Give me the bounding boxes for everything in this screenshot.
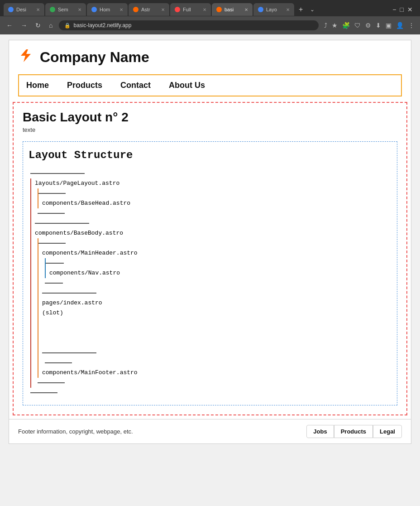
node-pagelayout: layouts/PageLayout.astro (35, 179, 119, 188)
node-mainheader: components/MainHeader.astro (42, 249, 138, 258)
logo-icon (18, 48, 34, 67)
node-basebody: components/BaseBody.astro (35, 229, 123, 238)
tree-row-vbar3 (29, 338, 391, 348)
tree-row-mainfooter-line (29, 358, 391, 368)
tab-2[interactable]: Sem ✕ (45, 3, 86, 16)
menu-icon[interactable]: ⋮ (407, 21, 415, 30)
tab-4-icon (133, 7, 138, 12)
tab-1[interactable]: Desi ✕ (4, 3, 44, 16)
tree-row-mainheader: components/MainHeader.astro (29, 248, 391, 258)
tree-row-vbar1 (29, 318, 391, 328)
tab-4-close[interactable]: ✕ (161, 7, 165, 12)
close-window-button[interactable]: ✕ (407, 6, 413, 13)
tab-2-close[interactable]: ✕ (78, 7, 81, 12)
tree-row-vbar2 (29, 328, 391, 338)
tab-7-label: Layo (266, 7, 277, 12)
extensions-icon[interactable]: 🧩 (341, 21, 351, 30)
tab-bar: Desi ✕ Sem ✕ Hom ✕ Astr ✕ Full ✕ basi ✕ (0, 0, 420, 16)
reload-button[interactable]: ↻ (33, 21, 43, 30)
toolbar-icons: ⤴ ★ 🧩 🛡 ⚙ ⬇ ▣ 👤 ⋮ (323, 21, 415, 30)
nav-item-home[interactable]: Home (26, 81, 49, 90)
maximize-button[interactable]: □ (400, 6, 404, 13)
tree-row-pagesindex: pages/index.astro (29, 298, 391, 308)
site-footer: Footer information, copyright, webpage, … (9, 419, 411, 443)
new-tab-button[interactable]: + (295, 5, 306, 14)
tab-5-close[interactable]: ✕ (203, 7, 206, 12)
tab-3-close[interactable]: ✕ (119, 7, 123, 12)
page-title-section: Basic Layout n° 2 texte (23, 103, 397, 141)
node-slot: (slot) (42, 308, 63, 318)
tree-row-basebody-close (29, 388, 391, 398)
tab-1-label: Desi (16, 7, 26, 12)
nav-item-products[interactable]: Products (67, 81, 102, 90)
node-basehead: components/BaseHead.astro (42, 199, 130, 208)
lock-icon: 🔒 (64, 23, 71, 29)
site-header: Company Name (9, 40, 411, 74)
tab-6-active[interactable]: basi ✕ (212, 3, 253, 16)
window-controls: − □ ✕ (392, 6, 416, 13)
home-button[interactable]: ⌂ (47, 21, 54, 30)
tab-6-close[interactable]: ✕ (244, 7, 248, 12)
nav-item-about[interactable]: About Us (169, 81, 205, 90)
nav-link-contact[interactable]: Contact (120, 81, 151, 90)
tree-row-basehead-line (29, 188, 391, 198)
address-bar: ← → ↻ ⌂ 🔒 basic-layout2.netlify.app ⤴ ★ … (0, 16, 420, 34)
browser-chrome: Desi ✕ Sem ✕ Hom ✕ Astr ✕ Full ✕ basi ✕ (0, 0, 420, 34)
tree-row-top-line (29, 169, 391, 178)
tab-overflow-button[interactable]: ⌄ (307, 6, 317, 13)
tree-row-spacer2 (29, 288, 391, 298)
tree-row-mainheader-line (29, 238, 391, 248)
tab-1-close[interactable]: ✕ (36, 7, 40, 12)
tab-3-label: Hom (100, 7, 110, 12)
star-icon[interactable]: ★ (331, 21, 339, 30)
back-button[interactable]: ← (5, 21, 14, 30)
nav-item-contact[interactable]: Contact (120, 81, 151, 90)
tree-row-basehead-close (29, 208, 391, 218)
tab-6-icon (216, 7, 222, 12)
tab-6-label: basi (224, 7, 234, 12)
footer-link-jobs[interactable]: Jobs (306, 425, 334, 438)
tree-row-nav-line (29, 258, 391, 268)
tree-row-pagelayout: layouts/PageLayout.astro (29, 178, 391, 188)
footer-text: Footer information, copyright, webpage, … (18, 428, 297, 435)
node-pagesindex: pages/index.astro (42, 299, 102, 308)
tree-row-basehead: components/BaseHead.astro (29, 198, 391, 208)
nav-link-about[interactable]: About Us (169, 81, 205, 90)
footer-link-products[interactable]: Products (334, 425, 373, 438)
minimize-button[interactable]: − (392, 6, 396, 13)
nav-link-products[interactable]: Products (67, 81, 102, 90)
forward-button[interactable]: → (19, 21, 29, 30)
node-nav: components/Nav.astro (49, 269, 120, 278)
tab-4[interactable]: Astr ✕ (129, 3, 169, 16)
tree-row-spacer1 (29, 218, 391, 228)
tab-7-icon (258, 7, 263, 12)
tree-row-basebody: components/BaseBody.astro (29, 228, 391, 238)
layout-structure-box: Layout Structure layouts/PageLayout.astr… (23, 141, 397, 405)
footer-links: Jobs Products Legal (306, 425, 402, 438)
nav-link-home[interactable]: Home (26, 81, 49, 90)
tab-3-icon (91, 7, 97, 12)
tab-2-label: Sem (58, 7, 68, 12)
puzzle-icon[interactable]: ⚙ (364, 21, 372, 30)
shield-icon[interactable]: 🛡 (353, 21, 362, 30)
tab-5-icon (175, 7, 180, 12)
layout-structure-title: Layout Structure (29, 149, 391, 161)
tab-1-icon (8, 7, 14, 12)
nav-list: Home Products Contact About Us (26, 81, 394, 90)
tree-row-spacer3 (29, 348, 391, 358)
url-box[interactable]: 🔒 basic-layout2.netlify.app (59, 20, 319, 30)
company-name: Company Name (40, 49, 149, 66)
sidebar-icon[interactable]: ▣ (385, 21, 392, 30)
tree-row-nav: components/Nav.astro (29, 268, 391, 278)
tab-7-close[interactable]: ✕ (286, 7, 290, 12)
tab-3[interactable]: Hom ✕ (87, 3, 128, 16)
profile-icon[interactable]: 👤 (395, 21, 405, 30)
tree-row-nav-close (29, 278, 391, 288)
site-container: Company Name Home Products Contact About… (9, 40, 411, 444)
footer-link-legal[interactable]: Legal (373, 425, 402, 438)
share-icon[interactable]: ⤴ (323, 21, 328, 30)
site-nav: Home Products Contact About Us (18, 74, 402, 96)
tab-5[interactable]: Full ✕ (170, 3, 211, 16)
tab-7[interactable]: Layo ✕ (253, 3, 294, 16)
download-icon[interactable]: ⬇ (375, 21, 382, 30)
